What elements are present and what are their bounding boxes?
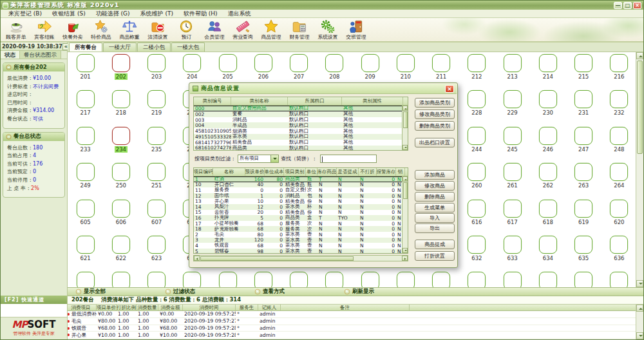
table-cell[interactable]: 249 (68, 161, 103, 197)
scroll-up-icon[interactable] (402, 106, 408, 111)
table-cell[interactable] (281, 270, 317, 287)
toolbar-button-weigh-goods[interactable]: 商品称重 (115, 19, 144, 41)
menu-item[interactable]: 收银结算 (S) (47, 10, 91, 18)
chevron-down-icon[interactable] (270, 155, 278, 162)
table-cell[interactable]: 228 (459, 88, 495, 124)
table-cell[interactable]: 606 (103, 198, 138, 234)
quick-input[interactable] (1, 304, 67, 317)
maximize-button[interactable]: □ (623, 2, 632, 9)
table-cell[interactable] (424, 270, 459, 287)
table-cell[interactable] (245, 270, 281, 287)
outlet-settings-button[interactable]: 出品档口设置 (415, 138, 455, 147)
export-button[interactable]: 导出 (415, 223, 455, 233)
order-row[interactable]: 齿留香¥20.001.001.00¥20.002020-09-19 09:57:… (66, 339, 637, 339)
order-row[interactable]: 最低消费补差¥0.001.001.00¥0.002020-09-19 09:57… (66, 311, 637, 318)
table-cell[interactable] (175, 270, 210, 287)
menu-item[interactable]: 来宾登记 (B) (3, 10, 47, 18)
table-cell[interactable]: 229 (495, 88, 530, 124)
table-cell[interactable]: 605 (68, 198, 103, 234)
scroll-thumb[interactable] (637, 61, 643, 154)
menu-item[interactable]: 退出系统 (223, 10, 256, 18)
table-cell[interactable] (459, 270, 495, 287)
table-cell[interactable] (495, 270, 530, 287)
table-scrollbar[interactable] (402, 176, 408, 253)
generate-menu-button[interactable]: 生成菜单 (415, 203, 455, 212)
table-cell[interactable]: 620 (601, 198, 637, 234)
table-cell[interactable]: 219 (139, 88, 175, 124)
minimize-button[interactable]: — (614, 2, 622, 9)
show-all-button[interactable]: 显示全部 (75, 288, 106, 296)
table-cell[interactable] (530, 270, 565, 287)
table-cell[interactable]: 218 (103, 88, 138, 124)
menu-item[interactable]: 系统维护 (T) (135, 10, 178, 18)
table-cell[interactable]: 230 (530, 88, 565, 124)
table-cell[interactable] (103, 270, 138, 287)
table-cell[interactable]: 619 (566, 198, 601, 234)
toolbar-button-members[interactable]: 会员管理 (200, 19, 229, 41)
table-cell[interactable]: 246 (530, 125, 565, 161)
table-cell[interactable] (601, 270, 637, 287)
table-cell[interactable]: 262 (530, 161, 565, 197)
import-button[interactable]: 导入 (415, 213, 455, 223)
item-table-hscrollbar[interactable] (193, 255, 408, 261)
discount-settings-button[interactable]: 打折设置 (415, 251, 455, 261)
menu-item[interactable]: 软件帮助 (H) (178, 10, 223, 18)
filter-status-button[interactable]: 过滤状态 (165, 288, 195, 296)
toolbar-button-booking[interactable]: 预订 (172, 19, 200, 41)
table-cell[interactable]: 622 (103, 234, 138, 270)
table-cell[interactable]: 636 (601, 234, 637, 270)
floor-tab[interactable]: 一楼大包 (171, 42, 205, 52)
table-cell[interactable]: 632 (459, 234, 495, 270)
toolbar-button-system-settings[interactable]: 系统设置 (314, 19, 342, 41)
dialog-title-bar[interactable]: 商品信息设置 × (190, 84, 457, 94)
table-cell[interactable]: 621 (68, 234, 103, 270)
table-cell[interactable]: 616 (459, 198, 495, 234)
floor-tab[interactable]: 所有餐台 (69, 42, 102, 52)
order-row[interactable]: 毛尖¥80.001.001.00¥80.002020-09-19 09:57:2… (66, 318, 637, 325)
scroll-thumb[interactable] (403, 182, 408, 199)
toolbar-button-takeout[interactable]: 快餐外卖 (59, 19, 87, 41)
table-cell[interactable]: 235 (139, 125, 175, 161)
table-cell[interactable] (352, 270, 388, 287)
scroll-right-icon[interactable] (402, 256, 408, 261)
table-cell[interactable]: 618 (530, 198, 565, 234)
table-info-panel-header[interactable]: 所有餐台202 (3, 63, 64, 71)
category-filter-select[interactable]: 所有项目 (238, 155, 279, 163)
toolbar-button-sales-query[interactable]: 营业查询 (229, 19, 257, 41)
table-cell[interactable]: 244 (459, 125, 495, 161)
table-cell[interactable]: 213 (495, 52, 530, 88)
close-button[interactable]: × (633, 2, 641, 9)
table-cell[interactable]: 634 (530, 234, 565, 270)
table-cell[interactable] (139, 270, 175, 287)
table-cell[interactable]: 617 (495, 198, 530, 234)
scroll-up-icon[interactable] (636, 305, 643, 312)
scroll-down-icon[interactable] (636, 280, 643, 287)
table-scrollbar[interactable] (402, 106, 408, 150)
scroll-left-icon[interactable] (194, 256, 200, 261)
table-cell[interactable]: 247 (566, 125, 601, 161)
toolbar-button-sold-out[interactable]: 沽清设置 (144, 19, 172, 41)
toolbar-button-checkout[interactable]: 宾客结账 (30, 19, 59, 41)
delete-category-button[interactable]: 删除商品类别 (415, 121, 455, 131)
item-commission-button[interactable]: 商品提成 (415, 240, 455, 249)
view-mode-button[interactable]: 查看方式 (254, 288, 285, 296)
sidebar-tab[interactable]: 餐台状态图示 (20, 51, 61, 59)
toolbar-button-open-order[interactable]: 顾客开单 (2, 19, 30, 41)
scroll-thumb[interactable] (403, 111, 408, 128)
order-row[interactable]: 开心果¥10.001.001.00¥10.002020-09-19 09:57:… (66, 332, 637, 339)
table-cell[interactable]: 201 (68, 52, 103, 88)
delete-item-button[interactable]: 删除商品 (415, 192, 455, 202)
table-cell[interactable]: 202 (103, 52, 138, 88)
table-cell[interactable]: 234 (103, 125, 138, 161)
table-cell[interactable] (317, 270, 352, 287)
toolbar-button-special-price[interactable]: 特价商品 (87, 19, 115, 41)
table-row[interactable]: 6816102742781商品类默认档口其他 (194, 146, 408, 151)
table-cell[interactable]: 231 (566, 88, 601, 124)
table-cell[interactable] (388, 270, 423, 287)
scroll-down-icon[interactable] (402, 248, 408, 253)
menu-item[interactable]: 功能选择 (G) (91, 10, 135, 18)
grid-scrollbar[interactable] (636, 52, 643, 287)
table-cell[interactable]: 217 (68, 88, 103, 124)
add-category-button[interactable]: 添加商品类别 (415, 98, 455, 108)
edit-category-button[interactable]: 修改商品类别 (415, 109, 455, 119)
